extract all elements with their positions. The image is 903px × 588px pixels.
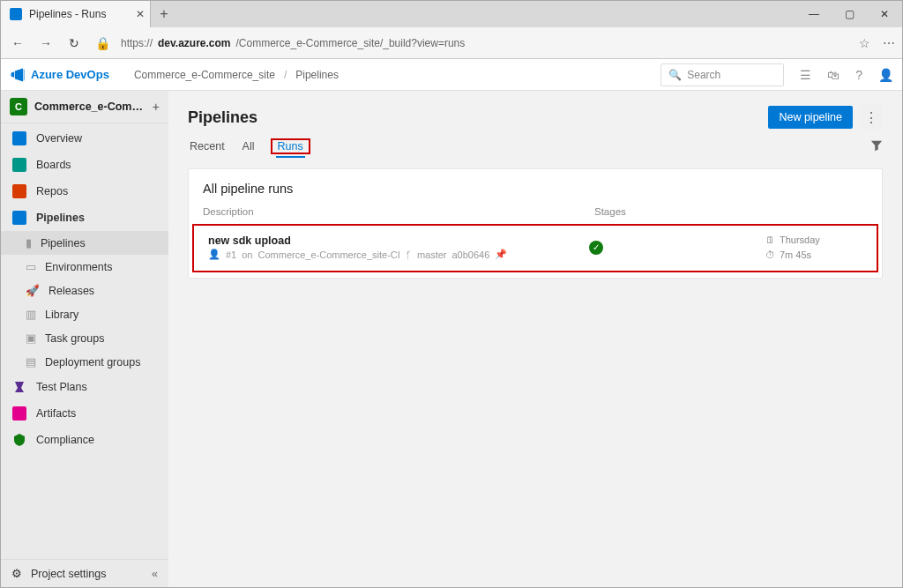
sidebar-subitem-environments[interactable]: ▭Environments bbox=[1, 255, 168, 279]
tab-title: Pipelines - Runs bbox=[29, 8, 106, 20]
svg-rect-2 bbox=[12, 184, 26, 198]
lock-icon: 🔒 bbox=[93, 36, 112, 50]
user-settings-icon[interactable]: 👤 bbox=[878, 68, 893, 82]
tabs-row: Recent All Runs bbox=[188, 137, 883, 156]
browser-more-icon[interactable]: ⋯ bbox=[883, 36, 895, 50]
ado-logo-icon bbox=[10, 67, 26, 83]
maximize-button[interactable]: ▢ bbox=[832, 1, 867, 27]
run-number: #1 bbox=[226, 249, 236, 260]
favorite-icon[interactable]: ☆ bbox=[859, 36, 870, 50]
highlight-runs-tab: Runs bbox=[271, 138, 310, 154]
pipelines-sub-icon: ▮ bbox=[26, 236, 32, 249]
list-icon[interactable]: ☰ bbox=[800, 68, 811, 82]
new-tab-button[interactable]: + bbox=[151, 1, 177, 27]
run-branch: master bbox=[417, 249, 447, 260]
sidebar: C Commerce_e-Commerc… + Overview Boards … bbox=[1, 91, 168, 587]
run-duration: 7m 45s bbox=[780, 248, 811, 263]
svg-rect-1 bbox=[12, 158, 26, 172]
run-title: new sdk upload bbox=[208, 234, 589, 247]
address-bar[interactable]: https://dev.azure.com/Commerce_e-Commerc… bbox=[121, 37, 850, 49]
product-name: Azure DevOps bbox=[31, 68, 109, 81]
artifacts-icon bbox=[11, 406, 27, 421]
page-more-button[interactable]: ⋮ bbox=[860, 105, 883, 130]
pipelines-icon bbox=[11, 210, 27, 226]
repos-icon bbox=[11, 183, 27, 199]
azure-devops-logo[interactable]: Azure DevOps bbox=[10, 67, 109, 83]
tab-runs[interactable]: Runs bbox=[276, 137, 305, 158]
sidebar-item-repos[interactable]: Repos bbox=[1, 178, 168, 205]
project-badge: C bbox=[10, 98, 27, 115]
page-title: Pipelines bbox=[188, 108, 257, 127]
sidebar-item-pipelines[interactable]: Pipelines bbox=[1, 205, 168, 231]
sidebar-subitem-library[interactable]: ▥Library bbox=[1, 302, 168, 326]
breadcrumb: Commerce_e-Commerce_site / Pipelines bbox=[134, 69, 339, 81]
main-content: Pipelines New pipeline ⋮ Recent All Runs… bbox=[168, 91, 902, 587]
sidebar-subitem-releases[interactable]: 🚀Releases bbox=[1, 279, 168, 302]
svg-rect-3 bbox=[12, 211, 26, 225]
breadcrumb-sep: / bbox=[284, 69, 287, 81]
stage-success-icon: ✓ bbox=[589, 241, 603, 255]
compliance-icon bbox=[11, 432, 27, 448]
panel-title: All pipeline runs bbox=[189, 169, 882, 201]
add-project-icon[interactable]: + bbox=[153, 100, 160, 114]
project-selector[interactable]: C Commerce_e-Commerc… + bbox=[1, 91, 168, 123]
tab-recent[interactable]: Recent bbox=[188, 137, 227, 156]
project-settings-label: Project settings bbox=[31, 568, 106, 580]
pipeline-run-row[interactable]: new sdk upload 👤 #1 on Commerce_e-Commer… bbox=[192, 224, 878, 272]
window-controls: — ▢ ✕ bbox=[796, 1, 902, 27]
close-window-button[interactable]: ✕ bbox=[867, 1, 902, 27]
boards-icon bbox=[11, 157, 27, 173]
project-settings-link[interactable]: ⚙ Project settings « bbox=[1, 559, 168, 587]
close-tab-icon[interactable]: ✕ bbox=[136, 8, 145, 20]
breadcrumb-project[interactable]: Commerce_e-Commerce_site bbox=[134, 69, 275, 81]
url-prefix: https:// bbox=[121, 37, 153, 49]
run-meta: 👤 #1 on Commerce_e-Commerce_site-CI ᚶ ma… bbox=[208, 249, 589, 260]
forward-button[interactable]: → bbox=[36, 36, 56, 50]
sidebar-subitem-deployment-groups[interactable]: ▤Deployment groups bbox=[1, 350, 168, 374]
svg-rect-4 bbox=[12, 406, 26, 421]
browser-tab[interactable]: Pipelines - Runs ✕ bbox=[1, 1, 151, 27]
minimize-button[interactable]: — bbox=[796, 1, 832, 27]
sidebar-item-test-plans[interactable]: Test Plans bbox=[1, 374, 168, 400]
url-host: dev.azure.com bbox=[158, 37, 230, 49]
pin-icon: 📌 bbox=[495, 249, 507, 260]
tab-favicon bbox=[10, 8, 22, 20]
collapse-sidebar-icon[interactable]: « bbox=[152, 568, 158, 580]
filter-icon[interactable] bbox=[870, 139, 883, 154]
gear-icon: ⚙ bbox=[11, 567, 22, 580]
clock-icon: ⏱ bbox=[765, 248, 775, 263]
marketplace-icon[interactable]: 🛍 bbox=[827, 68, 840, 82]
sidebar-item-compliance[interactable]: Compliance bbox=[1, 427, 168, 453]
app-header: Azure DevOps Commerce_e-Commerce_site / … bbox=[1, 59, 902, 91]
sidebar-subitem-pipelines[interactable]: ▮Pipelines bbox=[1, 231, 168, 255]
search-input[interactable]: 🔍 Search bbox=[660, 63, 784, 86]
refresh-button[interactable]: ↻ bbox=[64, 36, 84, 50]
browser-titlebar: Pipelines - Runs ✕ + — ▢ ✕ bbox=[1, 1, 902, 27]
nav-list: Overview Boards Repos Pipelines ▮Pipelin… bbox=[1, 123, 168, 559]
branch-icon: ᚶ bbox=[406, 249, 412, 260]
url-path: /Commerce_e-Commerce_site/_build?view=ru… bbox=[236, 37, 466, 49]
column-headers: Description Stages bbox=[189, 201, 882, 224]
task-groups-icon: ▣ bbox=[26, 331, 36, 345]
help-icon[interactable]: ? bbox=[855, 68, 862, 82]
person-icon: 👤 bbox=[208, 249, 220, 260]
sidebar-item-artifacts[interactable]: Artifacts bbox=[1, 400, 168, 427]
tab-all[interactable]: All bbox=[241, 137, 257, 156]
svg-rect-0 bbox=[12, 131, 26, 145]
sidebar-subitem-task-groups[interactable]: ▣Task groups bbox=[1, 326, 168, 350]
col-description: Description bbox=[203, 206, 594, 217]
search-icon: 🔍 bbox=[668, 69, 682, 81]
breadcrumb-section[interactable]: Pipelines bbox=[295, 69, 339, 81]
new-pipeline-button[interactable]: New pipeline bbox=[768, 106, 853, 129]
search-placeholder: Search bbox=[687, 69, 720, 81]
library-icon: ▥ bbox=[26, 308, 36, 321]
sidebar-item-boards[interactable]: Boards bbox=[1, 152, 168, 178]
project-name: Commerce_e-Commerc… bbox=[34, 100, 146, 113]
sidebar-item-overview[interactable]: Overview bbox=[1, 125, 168, 152]
calendar-icon: 🗓 bbox=[765, 233, 775, 248]
run-date: Thursday bbox=[780, 233, 820, 248]
browser-toolbar: ← → ↻ 🔒 https://dev.azure.com/Commerce_e… bbox=[1, 27, 902, 59]
back-button[interactable]: ← bbox=[8, 36, 27, 50]
runs-panel: All pipeline runs Description Stages new… bbox=[188, 168, 883, 279]
releases-icon: 🚀 bbox=[26, 284, 40, 297]
